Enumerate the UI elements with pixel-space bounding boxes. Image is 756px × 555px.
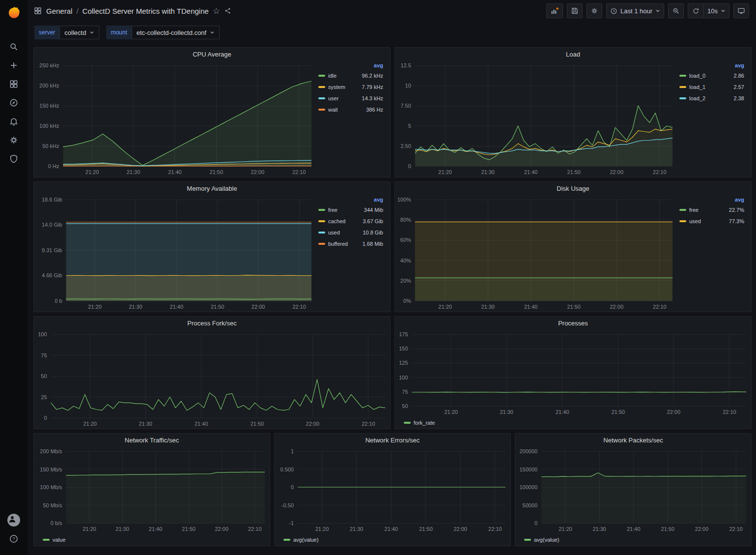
x-tick-label: 22:10 [653, 304, 667, 310]
dashboard-settings-button[interactable] [587, 3, 602, 18]
legend-marker [679, 86, 686, 88]
legend-item-value[interactable]: value [34, 534, 270, 546]
search-icon[interactable] [4, 37, 24, 56]
legend-marker [318, 243, 325, 245]
legend-item-wait[interactable]: wait386 Hz [318, 104, 383, 115]
x-tick-label: 22:10 [653, 169, 667, 175]
x-tick-label: 21:30 [592, 526, 606, 532]
grafana-logo[interactable] [6, 5, 22, 21]
add-panel-button[interactable] [546, 3, 563, 18]
legend-item-avg-value[interactable]: avg(value) [515, 534, 751, 546]
legend-item-load-1[interactable]: load_12.57 [679, 81, 744, 92]
x-tick-label: 22:00 [252, 304, 265, 310]
breadcrumb-section[interactable]: General [46, 7, 72, 15]
x-tick-label: 21:30 [481, 304, 495, 310]
panel-title[interactable]: Process Fork/sec [34, 317, 390, 329]
chart-processes[interactable]: 507510012515017521:2021:3021:4021:5022:0… [395, 329, 751, 417]
chart-network-packets-sec[interactable]: 05000010000015000020000021:2021:3021:402… [515, 446, 751, 534]
chart-memory-available[interactable]: 0 b4.66 Gib9.31 Gib14.0 Gib18.6 Gib21:20… [34, 195, 316, 312]
alerting-icon[interactable] [4, 112, 24, 131]
time-picker-button[interactable]: Last 1 hour [606, 3, 664, 18]
legend-item-load-2[interactable]: load_22.38 [679, 92, 744, 104]
server-admin-icon[interactable] [4, 149, 24, 168]
chart-process-fork-sec[interactable]: 025507510021:2021:3021:4021:5022:0022:10 [34, 329, 390, 429]
chart-disk-usage[interactable]: 0%20%40%60%80%100%21:2021:3021:4021:5022… [395, 195, 677, 312]
panel-disk-usage: Disk Usage0%20%40%60%80%100%21:2021:3021… [394, 181, 752, 312]
star-icon[interactable]: ☆ [213, 6, 220, 16]
chart-cpu-average[interactable]: 0 Hz50 kHz100 kHz150 kHz200 kHz250 kHz21… [34, 60, 316, 177]
legend-item-free[interactable]: free22.7% [679, 204, 744, 215]
add-icon[interactable] [4, 56, 24, 75]
x-tick-label: 21:50 [612, 409, 625, 415]
refresh-interval-label: 10s [707, 7, 718, 15]
y-tick-label: 100 [399, 375, 408, 380]
panel-title[interactable]: Network Packets/sec [515, 434, 751, 446]
profile-avatar[interactable] [4, 511, 24, 529]
chevron-down-icon [210, 30, 215, 35]
dashboards-icon[interactable] [4, 75, 24, 93]
legend-item-free[interactable]: free344 Mib [318, 204, 383, 215]
chart-network-errors-sec[interactable]: -1-0.5000.500121:2021:3021:4021:5022:002… [275, 446, 510, 534]
series-fill-avg(value) [541, 473, 746, 523]
chart-svg: 05000010000015000020000021:2021:3021:402… [515, 446, 751, 534]
y-tick-label: 50 kHz [42, 143, 59, 149]
legend-item-fork-rate[interactable]: fork_rate [395, 417, 751, 429]
breadcrumb-dashboards-icon[interactable] [33, 6, 42, 15]
legend-marker [404, 422, 411, 424]
panel-title[interactable]: Load [395, 48, 751, 60]
legend-item-cached[interactable]: cached3.67 Gib [318, 215, 383, 227]
legend-label: load_2 [689, 95, 705, 101]
legend-item-user[interactable]: user14.3 kHz [318, 92, 383, 104]
legend-label: load_1 [689, 84, 705, 90]
panel-title[interactable]: Network Traffic/sec [34, 434, 270, 446]
panel-processes: Processes507510012515017521:2021:3021:40… [394, 316, 752, 429]
chart-load[interactable]: 02.5057.501012.521:2021:3021:4021:5022:0… [395, 60, 677, 177]
panel-title[interactable]: CPU Average [34, 48, 390, 60]
x-tick-label: 22:00 [610, 169, 623, 175]
help-icon[interactable]: ? [4, 529, 24, 548]
panel-title[interactable]: Disk Usage [395, 182, 751, 195]
legend-label: used [689, 218, 701, 224]
share-icon[interactable] [224, 7, 232, 15]
x-tick-label: 21:40 [149, 526, 163, 532]
legend-item-used[interactable]: used10.8 Gib [318, 227, 383, 238]
chart-svg: 0 b/s50 Mb/s100 Mb/s150 Mb/s200 Mb/s21:2… [34, 446, 270, 534]
legend-item-buffered[interactable]: buffered1.68 Mib [318, 238, 383, 249]
x-tick-label: 21:30 [350, 526, 364, 532]
refresh-interval-button[interactable]: 10s [703, 3, 729, 18]
legend-item-system[interactable]: system7.79 kHz [318, 81, 383, 92]
cycle-view-button[interactable] [733, 3, 749, 18]
x-tick-label: 21:50 [567, 169, 581, 175]
variable-server-dropdown[interactable]: collectd [59, 26, 99, 39]
legend-item-load-0[interactable]: load_02.86 [679, 70, 744, 81]
x-tick-label: 22:00 [610, 304, 623, 310]
variable-mount-dropdown[interactable]: etc-collectd-collectd.conf [132, 26, 220, 39]
chart-network-traffic-sec[interactable]: 0 b/s50 Mb/s100 Mb/s150 Mb/s200 Mb/s21:2… [34, 446, 270, 534]
panel-title[interactable]: Memory Available [34, 182, 390, 195]
x-tick-label: 22:00 [695, 526, 709, 532]
series-line-free [66, 299, 311, 299]
series-fill-idle [63, 81, 311, 166]
chevron-down-icon [721, 8, 726, 13]
y-tick-label: 12.5 [400, 62, 411, 68]
legend-item-avg-value[interactable]: avg(value) [275, 534, 510, 546]
y-tick-label: 75 [41, 352, 47, 358]
breadcrumb-title[interactable]: CollectD Server Metrics with TDengine [83, 7, 209, 15]
y-tick-label: 150 kHz [39, 103, 59, 109]
y-tick-label: 80% [400, 217, 411, 223]
explore-icon[interactable] [4, 93, 24, 112]
save-dashboard-button[interactable] [567, 3, 583, 18]
panel-process-fork-sec: Process Fork/sec025507510021:2021:3021:4… [33, 316, 391, 429]
configuration-icon[interactable] [4, 131, 24, 149]
y-tick-label: 200 kHz [39, 83, 59, 88]
legend-label: avg(value) [534, 537, 559, 543]
panel-title[interactable]: Network Errors/sec [275, 434, 510, 446]
zoom-out-button[interactable] [668, 3, 684, 18]
legend-item-idle[interactable]: idle96.2 kHz [318, 70, 383, 81]
left-sidebar: ? [0, 0, 28, 555]
chart-svg: 02.5057.501012.521:2021:3021:4021:5022:0… [395, 60, 677, 177]
panel-title[interactable]: Processes [395, 317, 751, 329]
legend-item-used[interactable]: used77.3% [679, 215, 744, 227]
refresh-button[interactable] [688, 3, 703, 18]
y-tick-label: 40% [400, 258, 411, 263]
